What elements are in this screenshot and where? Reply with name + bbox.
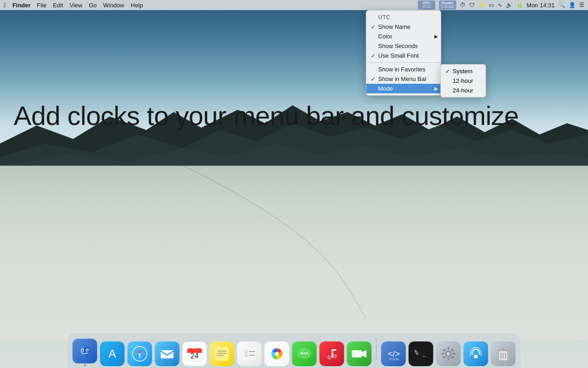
svg-text:A: A — [108, 347, 116, 360]
bluetooth-icon[interactable]: ⚡ — [478, 2, 485, 8]
photos-icon — [265, 341, 289, 366]
apple-menu[interactable]:  — [4, 1, 6, 9]
terminal-icon: % _ — [409, 341, 433, 366]
dock-messages[interactable] — [292, 341, 317, 366]
go-menu[interactable]: Go — [89, 2, 96, 9]
trash-icon — [491, 341, 516, 366]
show-menu-bar-item[interactable]: ✓ Show in Menu Bar — [366, 74, 441, 84]
show-seconds-label: Show Seconds — [378, 43, 418, 49]
airplay-icon[interactable]: ▭ — [489, 2, 494, 8]
svg-rect-50 — [448, 347, 449, 350]
svg-marker-43 — [362, 350, 367, 357]
show-menu-bar-check: ✓ — [371, 76, 378, 82]
system-mode-item[interactable]: ✓ System — [441, 66, 486, 76]
context-menu: UTC ✓ Show Name Color ▶ Show Seconds ✓ U… — [366, 10, 441, 96]
safari-icon — [128, 341, 152, 366]
dock-music[interactable] — [320, 341, 344, 366]
dock-terminal[interactable]: % _ — [409, 341, 433, 366]
svg-rect-60 — [498, 350, 509, 351]
activity-monitor-icon[interactable]: ⏱ — [460, 2, 465, 8]
pacific-time: 5:31 AM — [441, 5, 454, 9]
svg-text:JUN: JUN — [192, 346, 197, 349]
svg-rect-26 — [243, 347, 257, 361]
dock-facetime[interactable] — [347, 341, 372, 366]
24hour-mode-item[interactable]: 24-hour — [441, 86, 486, 95]
color-item[interactable]: Color ▶ — [366, 32, 441, 41]
mode-submenu: ✓ System 12-hour 24-hour — [440, 64, 486, 97]
mode-item[interactable]: Mode ▶ — [366, 84, 441, 93]
wifi-icon[interactable]: ∿ — [497, 2, 502, 8]
utc-clock-widget[interactable]: UTC 12:31 — [418, 0, 435, 10]
finder-dot — [84, 364, 86, 366]
24hour-label: 24-hour — [453, 87, 473, 94]
svg-rect-51 — [448, 358, 449, 361]
dock-notes[interactable] — [210, 341, 235, 366]
show-favorites-item[interactable]: Show in Favorites — [366, 65, 441, 74]
dock-calendar[interactable]: JUN 24 — [182, 341, 207, 366]
svg-text:Xcode: Xcode — [389, 357, 400, 361]
battery-icon[interactable]: 🔋 — [516, 2, 523, 8]
search-icon[interactable]: 🔍 — [558, 2, 565, 8]
show-menu-bar-label: Show in Menu Bar — [378, 76, 427, 82]
12hour-mode-item[interactable]: 12-hour — [441, 76, 486, 86]
dock-xcode[interactable]: </> Xcode — [381, 341, 406, 366]
menu-bar-left:  Finder File Edit View Go Window Help — [4, 1, 143, 9]
file-menu[interactable]: File — [37, 2, 47, 9]
svg-point-38 — [327, 355, 332, 360]
window-menu[interactable]: Window — [103, 2, 124, 9]
show-favorites-label: Show in Favorites — [378, 66, 425, 73]
12hour-label: 12-hour — [453, 77, 473, 84]
dock-separator — [376, 340, 377, 360]
svg-rect-16 — [161, 350, 174, 358]
svg-rect-55 — [451, 348, 454, 352]
view-menu[interactable]: View — [69, 2, 82, 9]
dock-appstore[interactable]: A — [100, 341, 125, 366]
mail-icon — [155, 341, 180, 366]
reminders-icon — [237, 341, 262, 366]
svg-point-35 — [304, 352, 305, 354]
color-submenu-arrow: ▶ — [434, 34, 438, 39]
calendar-icon: JUN 24 — [182, 341, 207, 366]
svg-point-49 — [447, 352, 450, 356]
dock-reminders[interactable] — [237, 341, 262, 366]
menu-header: UTC — [366, 12, 441, 22]
svg-text:% _: % _ — [415, 349, 427, 357]
menu-bar:  Finder File Edit View Go Window Help U… — [0, 0, 588, 10]
control-center-icon[interactable]: ☰ — [579, 2, 584, 8]
svg-point-31 — [275, 352, 279, 356]
system-mode-label: System — [453, 68, 472, 75]
dock-safari[interactable] — [128, 341, 152, 366]
show-name-item[interactable]: ✓ Show Name — [366, 22, 441, 32]
svg-rect-61 — [501, 348, 506, 350]
dock-mail[interactable] — [155, 341, 180, 366]
edit-menu[interactable]: Edit — [53, 2, 63, 9]
airdrop-icon — [464, 341, 488, 366]
music-icon — [320, 341, 344, 366]
dock-finder[interactable] — [73, 339, 97, 366]
show-seconds-item[interactable]: Show Seconds — [366, 41, 441, 51]
svg-rect-53 — [453, 353, 455, 355]
help-menu[interactable]: Help — [131, 2, 143, 9]
dock-photos[interactable] — [265, 341, 289, 366]
svg-point-58 — [474, 355, 478, 358]
user-icon[interactable]: 👤 — [569, 2, 576, 8]
svg-point-39 — [333, 354, 337, 358]
dock-trash[interactable] — [491, 341, 516, 366]
show-name-label: Show Name — [378, 23, 411, 30]
dropdown-container: UTC ✓ Show Name Color ▶ Show Seconds ✓ U… — [366, 10, 441, 96]
svg-text:24: 24 — [191, 352, 199, 360]
vpn-icon[interactable]: 🛡 — [469, 2, 475, 8]
use-small-font-item[interactable]: ✓ Use Small Font — [366, 51, 441, 60]
svg-marker-13 — [139, 348, 141, 354]
dock-airdrop[interactable] — [464, 341, 488, 366]
svg-point-8 — [82, 350, 83, 351]
volume-icon[interactable]: 🔊 — [506, 2, 513, 8]
pacific-clock-widget[interactable]: Pacific 5:31 AM — [439, 0, 456, 10]
finder-menu[interactable]: Finder — [12, 2, 31, 9]
separator-1 — [366, 62, 441, 63]
xcode-icon: </> Xcode — [381, 341, 406, 366]
use-small-font-label: Use Small Font — [378, 52, 419, 59]
dock-sysprefs[interactable] — [436, 341, 461, 366]
svg-rect-57 — [451, 356, 454, 359]
svg-rect-41 — [332, 349, 337, 351]
